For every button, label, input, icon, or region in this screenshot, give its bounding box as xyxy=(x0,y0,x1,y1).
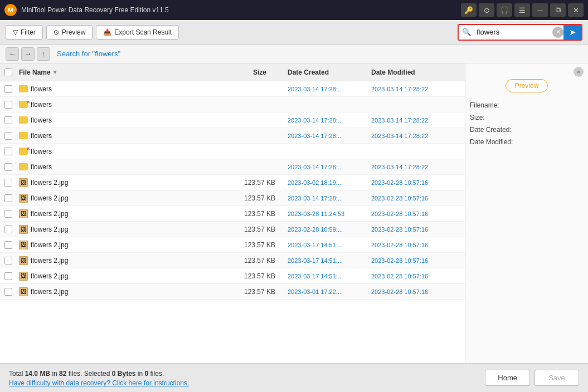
status-bar: Total 14.0 MB in 82 files. Selected 0 By… xyxy=(0,363,588,392)
file-size: 123.57 KB xyxy=(232,241,288,249)
toolbar: ▽ Filter ⊙ Preview 📤 Export Scan Result … xyxy=(0,20,588,45)
file-date-created: 2023-03-14 17:28:... xyxy=(288,195,371,202)
menu-icon[interactable]: ☰ xyxy=(514,3,530,17)
back-button[interactable]: ← xyxy=(6,47,19,61)
preview-action-button[interactable]: Preview xyxy=(506,79,548,92)
col-header-size: Size xyxy=(232,68,288,76)
save-button[interactable]: Save xyxy=(534,370,579,386)
table-row[interactable]: 🖼flowers 2.jpg123.57 KB2023-03-14 17:28:… xyxy=(0,190,465,206)
file-name: flowers 2.jpg xyxy=(31,179,68,187)
date-created-label: Date Created: xyxy=(470,126,584,134)
row-checkbox[interactable] xyxy=(4,163,12,171)
total-size: 14.0 MB xyxy=(25,370,50,378)
folder-deleted-icon xyxy=(19,148,28,155)
key-icon[interactable]: 🔑 xyxy=(461,3,477,17)
row-checkbox[interactable] xyxy=(4,132,12,140)
row-checkbox[interactable] xyxy=(4,272,12,280)
file-size: 123.57 KB xyxy=(232,210,288,218)
file-name: flowers 2.jpg xyxy=(31,288,68,296)
row-checkbox[interactable] xyxy=(4,241,12,249)
preview-panel-close[interactable]: × xyxy=(574,67,584,77)
select-all-checkbox[interactable] xyxy=(4,68,12,76)
table-row[interactable]: 🖼flowers 2.jpg123.57 KB2023-03-01 17:22:… xyxy=(0,284,465,300)
table-row[interactable]: 🖼flowers 2.jpg123.57 KB2023-03-17 14:51:… xyxy=(0,253,465,268)
forward-button[interactable]: → xyxy=(21,47,35,61)
col-header-filename: File Name ▼ xyxy=(19,68,232,76)
row-checkbox[interactable] xyxy=(4,288,12,296)
preview-button[interactable]: ⊙ Preview xyxy=(46,25,93,40)
search-go-button[interactable]: ➤ xyxy=(563,24,581,41)
filter-icon: ▽ xyxy=(13,28,18,36)
row-checkbox[interactable] xyxy=(4,226,12,233)
filename-label: Filename: xyxy=(470,101,584,109)
file-date-created: 2023-03-14 17:28:... xyxy=(288,133,371,139)
folder-deleted-icon xyxy=(19,101,28,108)
image-icon: 🖼 xyxy=(19,272,28,281)
row-checkbox[interactable] xyxy=(4,257,12,264)
row-checkbox[interactable] xyxy=(4,85,12,93)
row-checkbox[interactable] xyxy=(4,116,12,124)
table-row[interactable]: 🖼flowers 2.jpg123.57 KB2023-02-28 10:59:… xyxy=(0,222,465,237)
file-date-created: 2023-03-02 18:19:... xyxy=(288,179,371,186)
file-size: 123.57 KB xyxy=(232,194,288,202)
restore-button[interactable]: ⧉ xyxy=(550,3,566,17)
image-icon: 🖼 xyxy=(19,178,28,187)
row-checkbox[interactable] xyxy=(4,101,12,109)
file-date-modified: 2023-03-14 17:28:22 xyxy=(371,164,460,170)
file-date-created: 2023-02-28 10:59:... xyxy=(288,226,371,233)
file-size: 123.57 KB xyxy=(232,257,288,264)
file-count: 82 xyxy=(59,370,66,378)
table-row[interactable]: flowers2023-03-14 17:28:...2023-03-14 17… xyxy=(0,128,465,144)
row-checkbox[interactable] xyxy=(4,148,12,155)
help-link[interactable]: Have difficulty with data recovery? Clic… xyxy=(9,379,189,387)
image-icon: 🖼 xyxy=(19,241,28,249)
minimize-button[interactable]: ─ xyxy=(532,3,548,17)
table-row[interactable]: 🖼flowers 2.jpg123.57 KB2023-03-28 11:24:… xyxy=(0,206,465,222)
title-bar: M MiniTool Power Data Recovery Free Edit… xyxy=(0,0,588,20)
selected-bytes: 0 Bytes xyxy=(112,370,136,378)
row-checkbox[interactable] xyxy=(4,194,12,202)
table-row[interactable]: flowers2023-03-14 17:28:...2023-03-14 17… xyxy=(0,112,465,128)
table-row[interactable]: flowers2023-03-14 17:28:...2023-03-14 17… xyxy=(0,159,465,175)
nav-search-label: Search for "flowers" xyxy=(57,50,120,58)
table-body: flowers2023-03-14 17:28:...2023-03-14 17… xyxy=(0,81,465,363)
file-name: flowers xyxy=(31,148,52,155)
up-button[interactable]: ↑ xyxy=(37,47,50,61)
file-name: flowers xyxy=(31,163,52,171)
nav-bar: ← → ↑ Search for "flowers" xyxy=(0,45,588,63)
table-row[interactable]: flowers xyxy=(0,97,465,112)
folder-icon xyxy=(19,116,28,124)
circle-icon[interactable]: ⊙ xyxy=(479,3,494,17)
sort-arrow-icon: ▼ xyxy=(52,69,58,75)
preview-panel: × Preview Filename: Size: Date Created: … xyxy=(465,63,588,363)
home-button[interactable]: Home xyxy=(485,370,530,386)
file-date-created: 2023-03-14 17:28:... xyxy=(288,164,371,170)
table-row[interactable]: 🖼flowers 2.jpg123.57 KB2023-03-02 18:19:… xyxy=(0,175,465,190)
search-icon-button[interactable]: 🔍 xyxy=(459,24,474,41)
search-clear-button[interactable]: ✕ xyxy=(552,27,563,38)
date-modified-label: Date Modified: xyxy=(470,138,584,146)
file-date-created: 2023-03-01 17:22:... xyxy=(288,288,371,295)
image-icon: 🖼 xyxy=(19,209,28,218)
main-container: ▽ Filter ⊙ Preview 📤 Export Scan Result … xyxy=(0,20,588,392)
export-button[interactable]: 📤 Export Scan Result xyxy=(96,25,179,40)
headphone-icon[interactable]: 🎧 xyxy=(497,3,512,17)
title-bar-controls: 🔑 ⊙ 🎧 ☰ ─ ⧉ ✕ xyxy=(461,3,584,17)
row-checkbox[interactable] xyxy=(4,210,12,218)
table-row[interactable]: 🖼flowers 2.jpg123.57 KB2023-03-17 14:51:… xyxy=(0,268,465,284)
nav-search-term: "flowers" xyxy=(93,50,120,58)
table-row[interactable]: flowers xyxy=(0,144,465,159)
table-row[interactable]: flowers2023-03-14 17:28:...2023-03-14 17… xyxy=(0,81,465,97)
export-label: Export Scan Result xyxy=(114,28,172,36)
file-name: flowers 2.jpg xyxy=(31,210,68,218)
table-row[interactable]: 🖼flowers 2.jpg123.57 KB2023-03-17 14:51:… xyxy=(0,237,465,253)
close-button[interactable]: ✕ xyxy=(568,3,584,17)
image-icon: 🖼 xyxy=(19,256,28,265)
image-icon: 🖼 xyxy=(19,194,28,203)
file-name: flowers 2.jpg xyxy=(31,257,68,264)
row-checkbox[interactable] xyxy=(4,179,12,187)
table-header: File Name ▼ Size Date Created Date Modif… xyxy=(0,63,465,81)
filter-button[interactable]: ▽ Filter xyxy=(6,25,43,40)
file-date-modified: 2023-03-14 17:28:22 xyxy=(371,86,460,92)
search-input[interactable] xyxy=(474,25,552,40)
